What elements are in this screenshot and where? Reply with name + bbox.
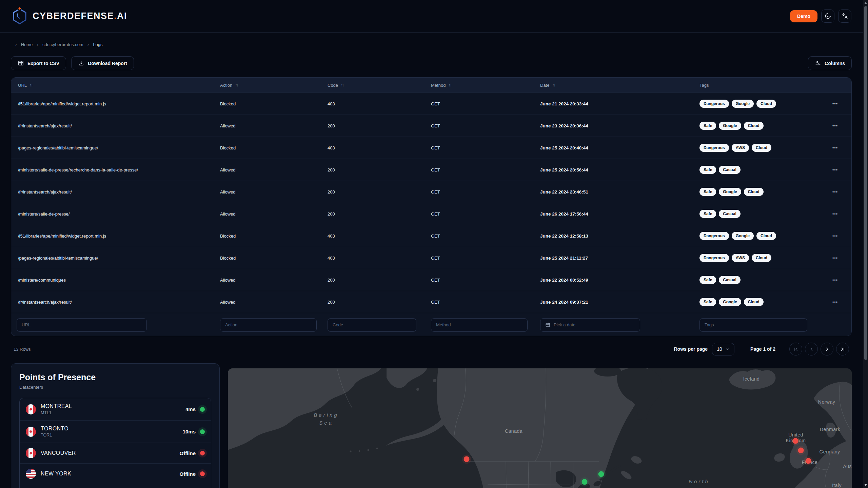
cell-action: Allowed [220,300,328,305]
download-report-button[interactable]: Download Report [71,56,134,70]
datacenter-name: MONTREAL [41,403,181,409]
moon-icon [824,13,831,20]
latency-value: Offline [180,471,196,477]
column-header[interactable]: Code ↑↓ [328,83,431,88]
table-row: /fr/instantsearch/ajax/result/ Allowed 2… [11,181,851,203]
pop-title: Points of Presence [19,372,211,382]
breadcrumb-link[interactable]: cdn.cyberbrutes.com [42,42,83,47]
action-filter-input[interactable] [220,318,317,332]
datacenter-map-dot [598,471,604,477]
cell-code: 200 [328,167,431,172]
cell-url: /fr/instantsearch/ajax/result/ [18,123,220,128]
last-page-button[interactable] [836,343,849,355]
tag-pill: Safe [699,188,716,196]
toolbar-left: Export to CSV Download Report [11,56,134,70]
datacenter-info: NEW YORK [41,471,175,477]
language-button[interactable] [838,9,851,23]
column-header[interactable]: Action ↑↓ [220,83,328,88]
row-menu-button[interactable] [826,101,845,106]
cell-code: 200 [328,278,431,283]
cell-url: /ministere/communiques [18,278,220,283]
cell-tags: SafeGoogleCloud [699,298,826,306]
flag-icon [26,469,36,479]
breadcrumb-item[interactable]: › Logs [83,42,103,47]
cell-tags: DangerousGoogleCloud [699,100,826,108]
sort-icon: ↑↓ [29,83,32,87]
first-page-icon [793,346,799,352]
sort-icon: ↑↓ [341,83,343,87]
datacenter-status: 4ms [185,406,205,412]
first-page-button[interactable] [789,343,802,355]
export-csv-button[interactable]: Export to CSV [11,56,66,70]
cell-method: GET [431,256,540,261]
cell-action: Allowed [220,278,328,283]
row-menu-button[interactable] [826,300,845,305]
columns-button[interactable]: Columns [808,56,852,70]
table-row: /fr/instantsearch/ajax/result/ Allowed 2… [11,115,851,137]
column-header[interactable]: Date ↑↓ [540,83,699,88]
row-menu-button[interactable] [826,233,845,239]
cell-method: GET [431,189,540,195]
row-menu-button[interactable] [826,256,845,261]
cell-url: /ministere/salle-de-presse/ [18,211,220,217]
tag-pill: Google [732,100,754,108]
method-filter-input[interactable] [431,318,528,332]
theme-toggle-button[interactable] [821,9,834,23]
datacenter-info: TORONTO TOR1 [41,426,178,438]
breadcrumb-link[interactable]: Logs [93,42,102,47]
cell-action: Allowed [220,211,328,217]
header-actions: Demo [790,9,851,23]
code-filter-input[interactable] [328,318,416,332]
app-header: CYBERDEFENSE.AI Demo [0,0,868,33]
scroll-up-icon[interactable] [864,2,867,4]
cell-tags: DangerousGoogleCloud [699,232,826,240]
breadcrumb-item[interactable]: › Home [11,42,33,47]
latency-value: 4ms [185,406,196,412]
breadcrumb-link[interactable]: Home [21,42,33,47]
url-filter-input[interactable] [17,318,147,332]
chevron-right-icon [824,346,830,352]
row-menu-button[interactable] [826,211,845,217]
column-header[interactable]: Method ↑↓ [431,83,540,88]
rows-per-page-select[interactable]: 10 [712,343,734,355]
table-row: /ministere/communiques Allowed 200 GET J… [11,269,851,291]
column-header[interactable]: URL ↑↓ [18,83,220,88]
scrollbar-thumb[interactable] [864,6,867,360]
cell-url: /i51/libraries/ape/minified/widget.repor… [18,101,220,106]
cell-url: /pages-regionales/abitibi-temiscamingue/ [18,145,220,150]
datacenter-code: TOR1 [41,433,178,438]
demo-button[interactable]: Demo [790,10,817,22]
sliders-icon [815,60,821,66]
datacenter-map-dot [793,438,798,444]
cell-tags: DangerousAWSCloud [699,254,826,262]
tag-pill: Google [732,232,754,240]
row-menu-button[interactable] [826,167,845,172]
row-menu-button[interactable] [826,145,845,150]
tag-pill: Cloud [744,298,764,306]
row-menu-button[interactable] [826,278,845,283]
date-filter-button[interactable]: Pick a date [540,318,640,332]
tag-pill: Google [719,122,741,130]
tag-pill: AWS [732,144,749,152]
page-scrollbar[interactable] [863,0,868,488]
row-menu-button[interactable] [826,123,845,128]
column-header[interactable]: Tags [699,83,826,88]
cell-action: Allowed [220,167,328,172]
cell-url: /ministere/salle-de-presse/recherche-dan… [18,167,220,172]
flag-icon [26,427,36,437]
cell-method: GET [431,211,540,217]
cell-code: 200 [328,189,431,195]
breadcrumb-separator-icon: › [87,42,89,47]
rows-count: 13 Rows [14,347,31,352]
table-row: /ministere/salle-de-presse/recherche-dan… [11,159,851,181]
download-icon [78,60,84,66]
scroll-down-icon[interactable] [864,484,867,486]
breadcrumb-item[interactable]: › cdn.cyberbrutes.com [33,42,83,47]
prev-page-button[interactable] [805,343,818,355]
tags-filter-input[interactable] [699,318,807,332]
row-menu-button[interactable] [826,189,845,195]
cell-tags: SafeCasual [699,166,826,174]
cell-action: Blocked [220,145,328,150]
cell-method: GET [431,233,540,239]
next-page-button[interactable] [821,343,833,355]
